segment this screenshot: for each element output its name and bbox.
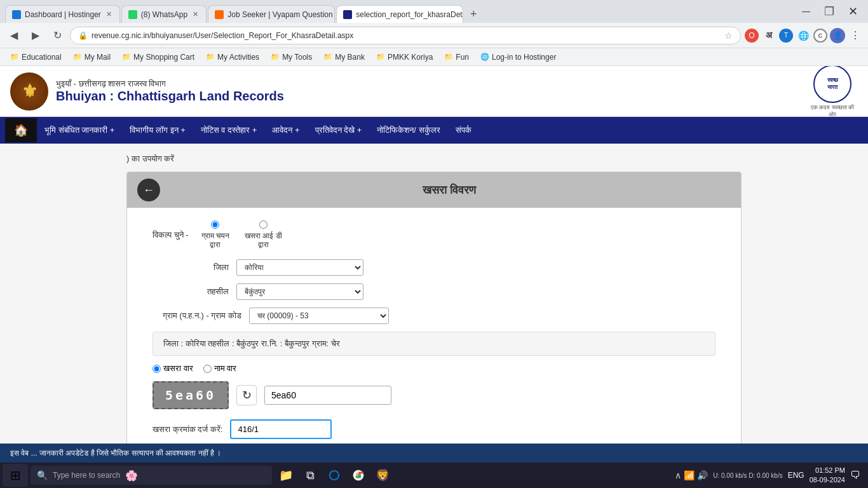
bottom-notice-bar: इस वेब ... जानकारी अपडेटेड है जिसे भौतिक… [0, 444, 868, 463]
tab-favicon-1 [12, 10, 21, 19]
tray-network[interactable]: 📶 [684, 470, 695, 480]
khasra-input-label: खसरा क्रमांक दर्ज करें: [153, 424, 222, 435]
url-bar[interactable]: 🔒 revenue.cg.nic.in/bhuiyanuser/User/Sel… [70, 27, 741, 44]
radio-khasra-id-input[interactable] [259, 220, 268, 229]
nav-home-button[interactable]: 🏠 [5, 118, 37, 142]
search-icon: 🔍 [37, 470, 48, 480]
nav-label-3: नोटिस व दस्तेहार + [201, 125, 257, 135]
forward-button[interactable]: ▶ [27, 27, 44, 44]
captcha-input[interactable] [264, 386, 391, 405]
home-icon: 🏠 [14, 123, 28, 137]
flower-decoration: 🌸 [125, 470, 138, 482]
tab-3[interactable]: Job Seeker | Vyapam Question ✕ [208, 5, 335, 23]
tab-1[interactable]: Dashboard | Hostinger ✕ [5, 5, 120, 23]
district-select[interactable]: कोरिया [236, 259, 363, 276]
extensions-icon[interactable]: O [745, 29, 759, 43]
notification-icon[interactable]: 🗨 [850, 470, 860, 481]
tahseel-label: तहसील [153, 287, 229, 297]
taskbar-file-explorer[interactable]: 📁 [275, 464, 297, 487]
back-button[interactable]: ← [137, 179, 160, 201]
bookmark-educational[interactable]: 📁 Educational [5, 51, 67, 63]
radio-khasra-waar-input[interactable] [153, 365, 161, 373]
new-tab-button[interactable]: + [465, 5, 482, 23]
taskbar: ⊞ 🔍 Type here to search 🌸 📁 ⧉ 🦁 ∧ 📶 🔊 [0, 463, 868, 488]
form-header: ← खसरा विवरण [127, 172, 741, 208]
radio-khasra-waar[interactable]: खसरा वार [153, 363, 193, 374]
bookmark-star-icon[interactable]: ☆ [724, 30, 733, 41]
nav-item-notification[interactable]: नोटिफिकेशन/ सर्कुलर [369, 117, 447, 144]
back-button[interactable]: ◀ [5, 27, 23, 44]
hindi-icon[interactable]: अ [761, 28, 776, 43]
browser-ext-icon[interactable]: 🌐 [796, 28, 811, 43]
radio-naam-waar-label: नाम वार [214, 363, 237, 374]
tab-title-4: selection_report_for_khasraDet... [356, 10, 463, 19]
nav-item-avedan[interactable]: आवेदन + [264, 117, 307, 144]
captcha-refresh-button[interactable]: ↻ [236, 385, 257, 405]
bookmark-label-9: Log-in to Hostinger [492, 53, 556, 62]
captcha-image: 5ea60 [153, 381, 229, 409]
start-button[interactable]: ⊞ [3, 464, 28, 487]
taskbar-edge[interactable] [323, 464, 346, 487]
bookmark-hostinger[interactable]: 🌐 Log-in to Hostinger [475, 51, 561, 63]
bookmark-bank[interactable]: 📁 My Bank [318, 51, 370, 63]
nav-item-notice[interactable]: नोटिस व दस्तेहार + [193, 117, 264, 144]
radio-khasra-id[interactable]: खसरा आई डी द्वारा [245, 220, 282, 249]
taskbar-search[interactable]: 🔍 Type here to search 🌸 [31, 466, 272, 485]
tab-2[interactable]: (8) WhatsApp ✕ [121, 5, 207, 23]
khasra-number-input[interactable] [230, 419, 332, 439]
bookmark-activities[interactable]: 📁 My Activities [201, 51, 264, 63]
language-indicator[interactable]: ENG [788, 471, 804, 480]
taskbar-brave[interactable]: 🦁 [371, 464, 394, 487]
folder-icon-8: 📁 [444, 53, 453, 61]
tab-favicon-2 [128, 10, 137, 19]
tray-up-arrow[interactable]: ∧ [675, 470, 681, 480]
nav-item-vibhagiya[interactable]: विभागीय लॉग इन + [122, 117, 193, 144]
nav-item-prativedan[interactable]: प्रतिवेदन देखे + [308, 117, 370, 144]
tab-close-2[interactable]: ✕ [191, 9, 200, 20]
bookmark-fun[interactable]: 📁 Fun [439, 51, 474, 63]
radio-naam-waar-input[interactable] [203, 365, 212, 373]
site-title-english: Bhuiyan : Chhattisgarh Land Records [56, 89, 284, 104]
radio-gram-chayan[interactable]: ग्राम चयन द्वारा [201, 220, 229, 249]
page-content: ⚜ भुइयाँ - छत्तीसगढ़ शासन राजस्व विभाग B… [0, 66, 868, 463]
clock-date: 08-09-2024 [810, 475, 845, 485]
bookmark-label-6: My Bank [335, 53, 365, 62]
chrome-icon[interactable]: C [813, 29, 827, 43]
taskbar-right: ∧ 📶 🔊 U: 0.00 kb/s D: 0.00 kb/s ENG 01:5… [675, 466, 865, 485]
bookmark-mymail[interactable]: 📁 My Mail [68, 51, 116, 63]
bookmark-label-1: Educational [22, 53, 62, 62]
maximize-button[interactable]: ❐ [819, 2, 839, 21]
bookmark-shopping[interactable]: 📁 My Shopping Cart [117, 51, 200, 63]
back-arrow-icon: ← [143, 184, 154, 197]
folder-icon-1: 📁 [10, 53, 19, 61]
minimize-button[interactable]: ─ [797, 3, 815, 21]
nav-label-6: नोटिफिकेशन/ सर्कुलर [377, 125, 440, 135]
translate-icon[interactable]: T [779, 29, 793, 43]
close-button[interactable]: ✕ [843, 2, 863, 21]
bookmark-label-4: My Activities [217, 53, 259, 62]
profile-icon[interactable]: 👤 [830, 28, 845, 43]
nav-item-bhoomi[interactable]: भूमि संबंधित जानकारी + [37, 117, 122, 144]
radio-naam-waar[interactable]: नाम वार [203, 363, 237, 374]
reload-button[interactable]: ↻ [48, 27, 66, 44]
taskbar-clock[interactable]: 01:52 PM 08-09-2024 [810, 466, 845, 485]
village-select[interactable]: चर (00009) - 53 [249, 308, 389, 324]
menu-icon[interactable]: ⋮ [848, 28, 863, 43]
folder-icon-4: 📁 [206, 53, 215, 61]
bookmark-pmkk[interactable]: 📁 PMKK Koriya [371, 51, 438, 63]
refresh-icon: ↻ [242, 388, 252, 402]
tab-close-1[interactable]: ✕ [105, 9, 113, 20]
radio-gram-chayan-input[interactable] [211, 220, 219, 229]
taskbar-task-view[interactable]: ⧉ [299, 464, 322, 487]
tab-favicon-4 [343, 10, 352, 19]
tab-4[interactable]: selection_report_for_khasraDet... ✕ [336, 5, 463, 23]
tray-volume[interactable]: 🔊 [697, 470, 708, 480]
nav-item-contact[interactable]: संपर्क [448, 117, 479, 144]
main-content: ) का उपयोग करें ← खसरा विवरण विकल्प चुने… [116, 144, 752, 463]
taskbar-chrome[interactable] [347, 464, 370, 487]
bookmark-tools[interactable]: 📁 My Tools [266, 51, 317, 63]
site-header: ⚜ भुइयाँ - छत्तीसगढ़ शासन राजस्व विभाग B… [0, 66, 868, 117]
bookmark-label-5: My Tools [282, 53, 312, 62]
tahseel-select[interactable]: बैकुंठपुर [236, 283, 363, 300]
folder-icon-6: 📁 [323, 53, 332, 61]
